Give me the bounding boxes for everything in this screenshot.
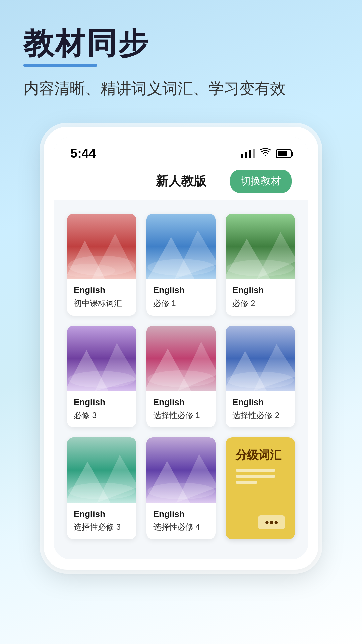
svg-point-24 xyxy=(227,372,294,388)
special-badge: ●●● xyxy=(258,515,285,529)
book-name: 必修 2 xyxy=(232,298,288,309)
svg-point-12 xyxy=(227,260,294,276)
phone-container: 5:44 xyxy=(0,113,362,596)
book-name: 选择性必修 2 xyxy=(232,410,288,421)
battery-icon xyxy=(276,149,292,158)
book-brand: English xyxy=(74,397,130,408)
special-lines xyxy=(236,469,275,487)
book-card-bixiu3[interactable]: English 必修 3 xyxy=(67,326,136,428)
special-title: 分级词汇 xyxy=(236,447,281,462)
status-bar: 5:44 xyxy=(54,137,308,166)
status-time: 5:44 xyxy=(70,146,96,161)
book-card-xuanze2[interactable]: English 选择性必修 2 xyxy=(226,326,295,428)
book-brand: English xyxy=(232,397,288,408)
book-name: 选择性必修 1 xyxy=(153,410,209,421)
book-card-xuanze1[interactable]: English 选择性必修 1 xyxy=(146,326,216,428)
app-title: 新人教版 xyxy=(156,173,206,190)
book-name: 选择性必修 3 xyxy=(74,521,130,533)
main-title: 教材同步 xyxy=(23,27,339,67)
app-header: 新人教版 切换教材 xyxy=(54,166,308,200)
book-card-zhongxue[interactable]: English 初中课标词汇 xyxy=(67,214,136,316)
wifi-icon xyxy=(259,148,272,159)
switch-textbook-button[interactable]: 切换教材 xyxy=(230,170,292,193)
phone-inner: 5:44 xyxy=(54,137,308,559)
header-section: 教材同步 内容清晰、精讲词义词汇、学习变有效 xyxy=(0,0,362,113)
book-name: 选择性必修 4 xyxy=(153,521,209,533)
phone-frame: 5:44 xyxy=(44,127,318,570)
books-grid: English 初中课标词汇 xyxy=(54,200,308,559)
book-name: 必修 1 xyxy=(153,298,209,309)
signal-icon xyxy=(241,149,255,158)
svg-point-32 xyxy=(147,483,215,499)
book-card-fenjici[interactable]: 分级词汇 ●●● xyxy=(226,437,295,539)
status-icons xyxy=(241,148,292,159)
book-brand: English xyxy=(153,397,209,408)
book-name: 初中课标词汇 xyxy=(74,298,130,309)
svg-point-8 xyxy=(147,259,215,276)
book-brand: English xyxy=(74,285,130,296)
subtitle: 内容清晰、精讲词义词汇、学习变有效 xyxy=(23,77,339,100)
book-brand: English xyxy=(153,509,209,519)
book-brand: English xyxy=(232,285,288,296)
svg-point-28 xyxy=(68,483,135,499)
book-brand: English xyxy=(74,509,130,519)
svg-point-20 xyxy=(147,370,215,387)
book-card-xuanze3[interactable]: English 选择性必修 3 xyxy=(67,437,136,539)
book-card-xuanze4[interactable]: English 选择性必修 4 xyxy=(146,437,216,539)
svg-point-16 xyxy=(68,371,135,388)
book-card-bixiu1[interactable]: English 必修 1 xyxy=(146,214,216,316)
book-card-bixiu2[interactable]: English 必修 2 xyxy=(226,214,295,316)
book-brand: English xyxy=(153,285,209,296)
book-name: 必修 3 xyxy=(74,410,130,421)
